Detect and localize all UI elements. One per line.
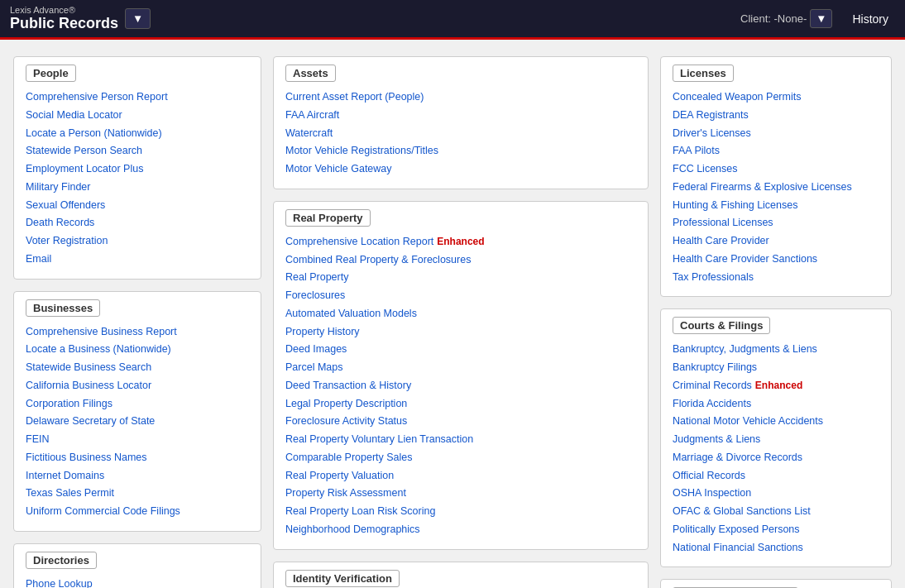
nav-dropdown-button[interactable]: ▼ — [125, 8, 151, 29]
client-label: Client: -None- — [740, 12, 807, 25]
real-property-link-16[interactable]: Neighborhood Demographics — [285, 522, 636, 538]
people-link-9[interactable]: Email — [26, 251, 249, 267]
courts-link-1[interactable]: Bankruptcy Filings — [673, 360, 879, 375]
licenses-link-2[interactable]: Driver's Licenses — [673, 126, 879, 141]
middle-column: Assets Current Asset Report (People) FAA… — [273, 56, 649, 588]
directories-link-0[interactable]: Phone Lookup — [26, 576, 249, 588]
courts-link-11[interactable]: National Financial Sanctions — [673, 540, 879, 556]
courts-link-3[interactable]: Florida Accidents — [673, 396, 879, 412]
courts-link-10[interactable]: Politically Exposed Persons — [673, 522, 879, 538]
assets-link-0[interactable]: Current Asset Report (People) — [285, 89, 636, 105]
people-links: Comprehensive Person Report Social Media… — [26, 89, 249, 267]
real-property-link-6[interactable]: Deed Images — [285, 342, 636, 357]
history-button[interactable]: History — [845, 9, 895, 29]
people-link-7[interactable]: Death Records — [26, 215, 249, 231]
real-property-link-12[interactable]: Comparable Property Sales — [285, 450, 636, 466]
licenses-link-9[interactable]: Health Care Provider Sanctions — [673, 251, 879, 267]
real-property-link-13[interactable]: Real Property Valuation — [285, 468, 636, 484]
businesses-link-2[interactable]: Statewide Business Search — [26, 360, 249, 375]
assets-links: Current Asset Report (People) FAA Aircra… — [285, 89, 636, 177]
header: Lexis Advance® Public Records ▼ Client: … — [0, 0, 905, 40]
people-card: People Comprehensive Person Report Socia… — [13, 56, 261, 280]
licenses-link-5[interactable]: Federal Firearms & Explosive Licenses — [673, 179, 879, 195]
directories-links: Phone Lookup Cellular & Alternate Phone … — [26, 576, 249, 588]
identity-verification-title: Identity Verification — [285, 570, 400, 587]
logo: Lexis Advance® Public Records — [10, 5, 118, 32]
licenses-link-1[interactable]: DEA Registrants — [673, 108, 879, 123]
businesses-link-9[interactable]: Texas Sales Permit — [26, 485, 249, 501]
courts-link-2[interactable]: Criminal Records — [673, 378, 752, 394]
logo-top: Lexis Advance® — [10, 5, 118, 15]
licenses-link-0[interactable]: Concealed Weapon Permits — [673, 89, 879, 105]
real-property-link-0[interactable]: Comprehensive Location Report — [285, 234, 433, 250]
businesses-link-3[interactable]: California Business Locator — [26, 378, 249, 394]
real-property-link-14[interactable]: Property Risk Assessment — [285, 485, 636, 501]
businesses-link-7[interactable]: Fictitious Business Names — [26, 450, 249, 466]
client-dropdown-button[interactable]: ▼ — [810, 9, 832, 28]
businesses-link-4[interactable]: Corporation Filings — [26, 396, 249, 412]
people-link-4[interactable]: Employment Locator Plus — [26, 161, 249, 177]
people-link-5[interactable]: Military Finder — [26, 179, 249, 195]
courts-link-9[interactable]: OFAC & Global Sanctions List — [673, 504, 879, 519]
identity-verification-card: Identity Verification InstantID® Person … — [273, 562, 649, 589]
right-column: Licenses Concealed Weapon Permits DEA Re… — [660, 56, 892, 588]
businesses-link-1[interactable]: Locate a Business (Nationwide) — [26, 342, 249, 357]
enhanced-badge-0: Enhanced — [437, 236, 484, 247]
courts-link-row-2: Criminal Records Enhanced — [673, 378, 879, 394]
header-left: Lexis Advance® Public Records ▼ — [10, 5, 151, 32]
licenses-link-6[interactable]: Hunting & Fishing Licenses — [673, 198, 879, 213]
businesses-link-5[interactable]: Delaware Secretary of State — [26, 414, 249, 429]
businesses-link-6[interactable]: FEIN — [26, 432, 249, 447]
assets-link-4[interactable]: Motor Vehicle Gateway — [285, 161, 636, 177]
businesses-link-10[interactable]: Uniform Commercial Code Filings — [26, 504, 249, 519]
people-link-3[interactable]: Statewide Person Search — [26, 143, 249, 159]
real-property-link-15[interactable]: Real Property Loan Risk Scoring — [285, 504, 636, 519]
assets-link-1[interactable]: FAA Aircraft — [285, 108, 636, 123]
header-right: Client: -None- ▼ History — [740, 9, 895, 29]
licenses-link-3[interactable]: FAA Pilots — [673, 143, 879, 159]
real-property-link-4[interactable]: Automated Valuation Models — [285, 306, 636, 322]
real-property-link-1[interactable]: Combined Real Property & Foreclosures — [285, 252, 636, 268]
client-selector: Client: -None- ▼ — [740, 9, 832, 28]
assets-link-3[interactable]: Motor Vehicle Registrations/Titles — [285, 143, 636, 159]
real-property-link-row-0: Comprehensive Location Report Enhanced — [285, 234, 636, 250]
licenses-links: Concealed Weapon Permits DEA Registrants… — [673, 89, 879, 284]
people-link-2[interactable]: Locate a Person (Nationwide) — [26, 126, 249, 141]
assets-card: Assets Current Asset Report (People) FAA… — [273, 56, 649, 189]
real-property-link-9[interactable]: Legal Property Description — [285, 396, 636, 412]
courts-link-6[interactable]: Marriage & Divorce Records — [673, 450, 879, 466]
people-link-8[interactable]: Voter Registration — [26, 233, 249, 249]
licenses-link-8[interactable]: Health Care Provider — [673, 233, 879, 249]
licenses-link-4[interactable]: FCC Licenses — [673, 161, 879, 177]
businesses-link-0[interactable]: Comprehensive Business Report — [26, 324, 249, 340]
licenses-link-7[interactable]: Professional Licenses — [673, 215, 879, 231]
assets-link-2[interactable]: Watercraft — [285, 126, 636, 141]
real-property-link-10[interactable]: Foreclosure Activity Status — [285, 414, 636, 429]
businesses-card: Businesses Comprehensive Business Report… — [13, 291, 261, 532]
courts-link-4[interactable]: National Motor Vehicle Accidents — [673, 414, 879, 429]
licenses-card: Licenses Concealed Weapon Permits DEA Re… — [660, 56, 892, 297]
directories-title: Directories — [26, 552, 97, 569]
real-property-link-8[interactable]: Deed Transaction & History — [285, 378, 636, 394]
courts-link-8[interactable]: OSHA Inspection — [673, 485, 879, 501]
people-link-0[interactable]: Comprehensive Person Report — [26, 89, 249, 105]
people-link-6[interactable]: Sexual Offenders — [26, 198, 249, 213]
real-property-link-5[interactable]: Property History — [285, 324, 636, 340]
courts-link-7[interactable]: Official Records — [673, 468, 879, 484]
real-property-link-11[interactable]: Real Property Voluntary Lien Transaction — [285, 432, 636, 447]
real-property-link-7[interactable]: Parcel Maps — [285, 360, 636, 375]
courts-link-5[interactable]: Judgments & Liens — [673, 432, 879, 447]
directories-card: Directories Phone Lookup Cellular & Alte… — [13, 543, 261, 588]
courts-link-0[interactable]: Bankruptcy, Judgments & Liens — [673, 342, 879, 357]
businesses-title: Businesses — [26, 299, 100, 317]
real-property-title: Real Property — [285, 209, 371, 227]
main-content: People Comprehensive Person Report Socia… — [0, 40, 905, 588]
businesses-link-8[interactable]: Internet Domains — [26, 468, 249, 484]
real-property-link-3[interactable]: Foreclosures — [285, 288, 636, 304]
real-property-link-2[interactable]: Real Property — [285, 270, 636, 285]
additional-resources-card: Additional Resources Dockets — [660, 579, 892, 588]
businesses-links: Comprehensive Business Report Locate a B… — [26, 324, 249, 519]
licenses-link-10[interactable]: Tax Professionals — [673, 270, 879, 285]
courts-filings-title: Courts & Filings — [673, 317, 770, 334]
people-link-1[interactable]: Social Media Locator — [26, 108, 249, 123]
